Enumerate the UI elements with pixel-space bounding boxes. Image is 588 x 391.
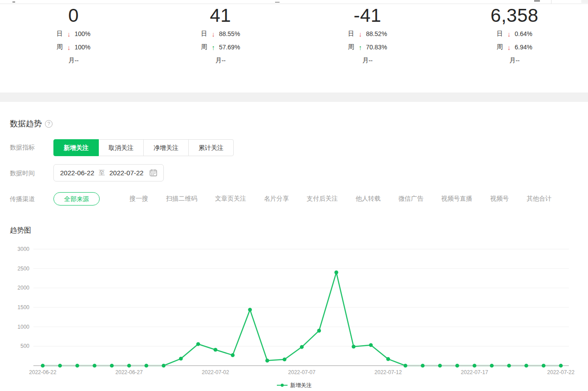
data-point — [404, 364, 408, 368]
data-point — [490, 364, 494, 368]
channel-all-sources[interactable]: 全部来源 — [53, 192, 100, 206]
channel-after-payment[interactable]: 支付后关注 — [307, 195, 338, 203]
svg-text:2022-06-22: 2022-06-22 — [29, 369, 57, 375]
metric-row-label: 数据指标 — [10, 144, 35, 152]
channel-qr-scan[interactable]: 扫描二维码 — [166, 195, 197, 203]
trend-arrow-icon: ↓ — [507, 44, 511, 51]
day-label: 日 — [201, 30, 207, 38]
date-end: 2022-07-22 — [109, 169, 144, 177]
legend-label: 新增关注 — [290, 382, 312, 389]
svg-text:2022-07-12: 2022-07-12 — [374, 369, 402, 375]
data-point — [473, 364, 477, 368]
stat-month-row: 月 -- — [294, 56, 441, 65]
data-point — [334, 270, 338, 274]
stat-value: 41 — [147, 4, 294, 27]
stat-value: 6,358 — [441, 4, 588, 27]
y-axis-labels: 50010001500200025003000 — [17, 246, 29, 349]
calendar-icon — [150, 169, 157, 177]
svg-text:500: 500 — [20, 343, 29, 349]
legend-line-dot-icon — [276, 383, 288, 387]
svg-text:2022-07-17: 2022-07-17 — [461, 369, 488, 375]
stat-month-row: 月 -- — [147, 56, 294, 65]
channel-search[interactable]: 搜一搜 — [130, 195, 148, 203]
month-change-value: -- — [369, 57, 373, 64]
clipped-glyph-fragment — [12, 1, 15, 3]
data-point — [352, 345, 356, 349]
data-point — [145, 364, 149, 368]
data-point — [317, 329, 321, 333]
stat-week-row: 周 ↓ 100% — [0, 43, 147, 52]
month-label: 月 — [215, 56, 222, 64]
svg-text:2022-07-07: 2022-07-07 — [288, 369, 316, 375]
data-point — [58, 364, 62, 368]
svg-text:2022-07-02: 2022-07-02 — [202, 369, 229, 375]
scrollbar-fragment[interactable] — [581, 0, 588, 3]
data-point — [196, 342, 200, 346]
week-change-value: 6.94% — [515, 44, 532, 51]
stat-month-row: 月 -- — [0, 56, 147, 65]
data-point — [524, 364, 528, 368]
stat-value: 0 — [0, 4, 147, 27]
data-point — [421, 364, 425, 368]
day-label: 日 — [57, 30, 63, 38]
data-point — [455, 364, 459, 368]
data-points — [41, 270, 563, 367]
trend-arrow-icon: ↑ — [359, 44, 362, 51]
clipped-dropdown-icon — [534, 0, 540, 2]
section-title-text: 数据趋势 — [10, 118, 42, 129]
svg-text:2022-07-22: 2022-07-22 — [547, 369, 575, 375]
trend-arrow-icon: ↓ — [507, 31, 511, 37]
week-change-value: 100% — [74, 44, 90, 51]
stat-week-row: 周 ↑ 70.83% — [294, 43, 441, 52]
month-label: 月 — [68, 56, 74, 64]
date-range-picker[interactable]: 2022-06-22 至 2022-07-22 — [53, 164, 164, 181]
channel-wechat-ads[interactable]: 微信广告 — [398, 195, 423, 203]
week-change-value: 57.69% — [219, 44, 240, 51]
data-point — [507, 364, 511, 368]
channel-reposts[interactable]: 他人转载 — [356, 195, 381, 203]
stat-day-row: 日 ↓ 100% — [0, 29, 147, 38]
tab-total-followers[interactable]: 累计关注 — [188, 139, 234, 156]
channel-other-total[interactable]: 其他合计 — [527, 195, 552, 203]
time-row-label: 数据时间 — [10, 169, 35, 177]
channel-article-page[interactable]: 文章页关注 — [215, 195, 246, 203]
channel-video-account[interactable]: 视频号 — [490, 195, 509, 203]
data-point — [265, 359, 269, 363]
month-change-value: -- — [515, 57, 519, 64]
channel-video-live[interactable]: 视频号直播 — [441, 195, 472, 203]
data-point — [93, 364, 97, 368]
help-icon[interactable]: ? — [45, 120, 53, 128]
month-label: 月 — [509, 56, 515, 64]
svg-text:3000: 3000 — [17, 246, 29, 252]
chart-title: 趋势图 — [10, 226, 31, 235]
stat-day-row: 日 ↓ 88.52% — [294, 29, 441, 38]
data-point — [369, 343, 373, 347]
day-change-value: 88.52% — [366, 30, 387, 37]
followers-analytics-page: 0 日 ↓ 100% 周 ↓ 100% 月 -- 41 日 ↓ 88.55 — [0, 0, 588, 391]
week-label: 周 — [348, 43, 354, 51]
tab-net-followers[interactable]: 净增关注 — [143, 139, 189, 156]
data-point — [559, 364, 563, 368]
week-change-value: 70.83% — [366, 44, 387, 51]
data-point — [179, 357, 183, 361]
tab-unfollow[interactable]: 取消关注 — [98, 139, 144, 156]
stat-day-row: 日 ↓ 88.55% — [147, 29, 294, 38]
legend-item-new-followers[interactable]: 新增关注 — [0, 381, 588, 389]
channel-name-card[interactable]: 名片分享 — [264, 195, 289, 203]
stat-month-row: 月 -- — [441, 56, 588, 65]
data-point — [231, 353, 235, 357]
data-point — [386, 357, 390, 361]
trend-arrow-icon: ↓ — [67, 31, 71, 37]
data-point — [438, 364, 442, 368]
data-point — [162, 364, 166, 368]
section-divider-band — [0, 93, 588, 102]
svg-text:2000: 2000 — [17, 285, 29, 291]
svg-text:1000: 1000 — [17, 324, 29, 330]
day-change-value: 88.55% — [219, 30, 240, 37]
clipped-glyph-fragment — [275, 2, 280, 3]
tab-new-followers[interactable]: 新增关注 — [53, 139, 99, 156]
trend-arrow-icon: ↓ — [67, 44, 71, 51]
week-label: 周 — [497, 43, 503, 51]
metric-tab-group: 新增关注 取消关注 净增关注 累计关注 — [53, 139, 234, 156]
trend-arrow-icon: ↓ — [211, 31, 215, 37]
